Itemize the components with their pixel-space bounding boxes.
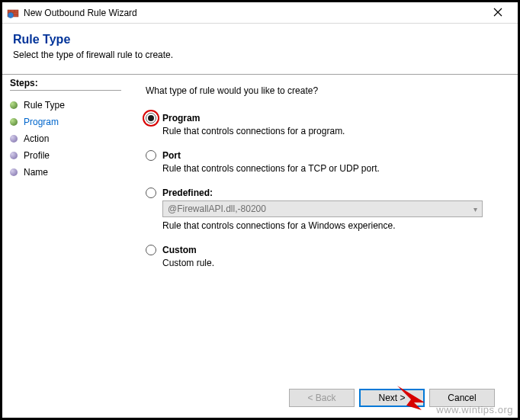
step-label: Program	[24, 117, 59, 127]
option-port-label: Port	[162, 150, 181, 161]
svg-point-6	[8, 12, 14, 18]
close-icon	[493, 7, 502, 19]
step-profile[interactable]: Profile	[10, 147, 121, 164]
window-title: New Outbound Rule Wizard	[24, 8, 137, 18]
step-label: Name	[24, 167, 48, 178]
steps-underline	[10, 90, 121, 91]
step-bullet-icon	[10, 152, 18, 159]
back-button-label: < Back	[307, 393, 335, 403]
window-frame: New Outbound Rule Wizard Rule Type Selec…	[0, 0, 520, 420]
titlebar: New Outbound Rule Wizard	[2, 2, 518, 24]
cancel-button-label: Cancel	[448, 393, 476, 403]
step-bullet-icon	[10, 135, 18, 143]
step-label: Profile	[24, 150, 50, 161]
cancel-button[interactable]: Cancel	[429, 389, 495, 407]
step-program[interactable]: Program	[10, 114, 121, 130]
option-predefined-desc: Rule that controls connections for a Win…	[162, 220, 506, 231]
header-area: Rule Type Select the type of firewall ru…	[2, 24, 518, 74]
step-label: Action	[24, 133, 49, 144]
page-subtitle: Select the type of firewall rule to crea…	[13, 50, 507, 60]
main-pane: What type of rule would you like to crea…	[124, 75, 518, 418]
option-program-desc: Rule that controls connections for a pro…	[162, 126, 506, 136]
back-button: < Back	[289, 389, 355, 407]
option-program: Program Rule that controls connections f…	[146, 113, 506, 136]
radio-custom[interactable]	[146, 245, 156, 255]
step-action[interactable]: Action	[10, 130, 121, 147]
step-label: Rule Type	[24, 100, 65, 111]
option-predefined: Predefined: @FirewallAPI.dll,-80200 ▾ Ru…	[146, 188, 506, 231]
steps-pane: Steps: Rule Type Program Action Profile …	[2, 75, 124, 418]
content-area: Steps: Rule Type Program Action Profile …	[2, 75, 518, 418]
step-rule-type[interactable]: Rule Type	[10, 97, 121, 114]
step-name[interactable]: Name	[10, 164, 121, 181]
option-port: Port Rule that controls connections for …	[146, 150, 506, 174]
option-custom: Custom Custom rule.	[146, 245, 506, 268]
close-button[interactable]	[483, 5, 513, 21]
step-bullet-icon	[10, 118, 18, 126]
radio-program[interactable]	[146, 113, 156, 123]
radio-predefined[interactable]	[146, 188, 156, 198]
step-bullet-icon	[10, 168, 18, 176]
steps-heading: Steps:	[10, 78, 121, 88]
option-port-desc: Rule that controls connections for a TCP…	[162, 163, 506, 174]
option-predefined-label: Predefined:	[162, 188, 213, 198]
step-bullet-icon	[10, 101, 18, 109]
predefined-select: @FirewallAPI.dll,-80200 ▾	[162, 200, 483, 217]
prompt-text: What type of rule would you like to crea…	[146, 85, 506, 96]
predefined-select-value: @FirewallAPI.dll,-80200	[168, 204, 266, 214]
option-custom-label: Custom	[162, 245, 197, 255]
chevron-down-icon: ▾	[473, 205, 477, 213]
option-custom-desc: Custom rule.	[162, 258, 506, 268]
button-bar: < Back Next > Cancel	[146, 381, 506, 418]
radio-port[interactable]	[146, 150, 156, 161]
option-program-label: Program	[162, 113, 200, 123]
next-button[interactable]: Next >	[359, 389, 425, 407]
next-button-label: Next >	[378, 393, 405, 403]
firewall-app-icon	[7, 7, 19, 19]
page-title: Rule Type	[13, 33, 507, 46]
